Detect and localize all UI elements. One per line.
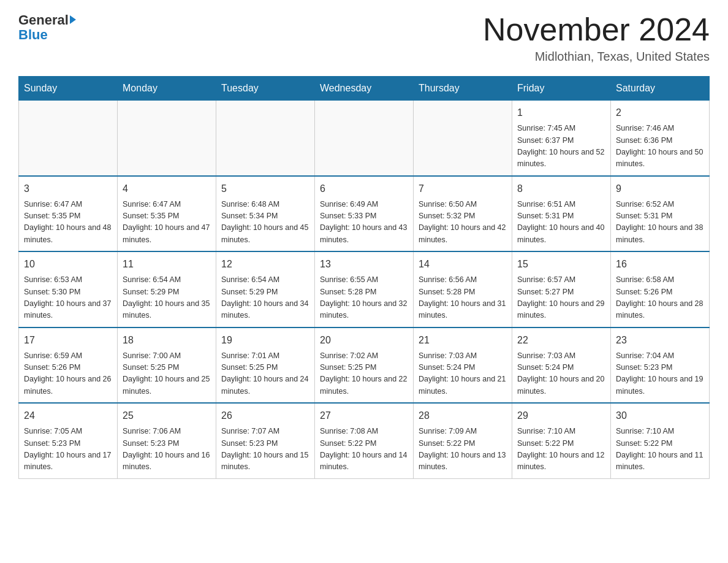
day-info: Sunrise: 6:47 AMSunset: 5:35 PMDaylight:…: [123, 199, 211, 247]
day-info: Sunrise: 7:02 AMSunset: 5:25 PMDaylight:…: [320, 350, 408, 398]
calendar-day-cell: 27Sunrise: 7:08 AMSunset: 5:22 PMDayligh…: [315, 403, 414, 478]
day-info: Sunrise: 6:57 AMSunset: 5:27 PMDaylight:…: [517, 274, 605, 322]
day-number: 28: [419, 408, 507, 423]
day-number: 27: [320, 408, 408, 423]
calendar-day-cell: 21Sunrise: 7:03 AMSunset: 5:24 PMDayligh…: [414, 327, 512, 404]
day-info: Sunrise: 6:51 AMSunset: 5:31 PMDaylight:…: [517, 199, 605, 247]
day-number: 2: [616, 105, 704, 120]
calendar-day-cell: 8Sunrise: 6:51 AMSunset: 5:31 PMDaylight…: [512, 176, 611, 252]
weekday-header-saturday: Saturday: [611, 77, 710, 101]
day-number: 19: [221, 333, 309, 348]
calendar-day-cell: 20Sunrise: 7:02 AMSunset: 5:25 PMDayligh…: [315, 327, 414, 404]
weekday-header-tuesday: Tuesday: [216, 77, 315, 101]
calendar-day-cell: 9Sunrise: 6:52 AMSunset: 5:31 PMDaylight…: [611, 176, 710, 252]
logo-general: General: [18, 12, 69, 28]
calendar-day-cell: 6Sunrise: 6:49 AMSunset: 5:33 PMDaylight…: [315, 176, 414, 252]
day-info: Sunrise: 6:48 AMSunset: 5:34 PMDaylight:…: [221, 199, 309, 247]
calendar-day-cell: 28Sunrise: 7:09 AMSunset: 5:22 PMDayligh…: [414, 403, 512, 478]
title-area: November 2024 Midlothian, Texas, United …: [483, 12, 710, 64]
day-number: 9: [616, 182, 704, 196]
calendar-day-cell: 29Sunrise: 7:10 AMSunset: 5:22 PMDayligh…: [512, 403, 611, 478]
day-number: 8: [517, 182, 605, 196]
day-info: Sunrise: 6:59 AMSunset: 5:26 PMDaylight:…: [24, 350, 112, 398]
calendar-day-cell: 14Sunrise: 6:56 AMSunset: 5:28 PMDayligh…: [414, 251, 512, 327]
calendar-day-cell: 18Sunrise: 7:00 AMSunset: 5:25 PMDayligh…: [118, 327, 216, 404]
calendar-day-cell: 12Sunrise: 6:54 AMSunset: 5:29 PMDayligh…: [216, 251, 315, 327]
weekday-header-friday: Friday: [512, 77, 611, 101]
day-number: 26: [221, 408, 309, 423]
calendar-day-cell: [216, 101, 315, 176]
day-number: 20: [320, 333, 408, 348]
day-info: Sunrise: 7:00 AMSunset: 5:25 PMDaylight:…: [123, 350, 211, 398]
calendar-day-cell: 23Sunrise: 7:04 AMSunset: 5:23 PMDayligh…: [611, 327, 710, 404]
calendar-day-cell: 16Sunrise: 6:58 AMSunset: 5:26 PMDayligh…: [611, 251, 710, 327]
day-info: Sunrise: 6:49 AMSunset: 5:33 PMDaylight:…: [320, 199, 408, 247]
day-info: Sunrise: 6:47 AMSunset: 5:35 PMDaylight:…: [24, 199, 112, 247]
calendar-day-cell: 10Sunrise: 6:53 AMSunset: 5:30 PMDayligh…: [19, 251, 118, 327]
calendar-day-cell: 2Sunrise: 7:46 AMSunset: 6:36 PMDaylight…: [611, 101, 710, 176]
day-info: Sunrise: 7:09 AMSunset: 5:22 PMDaylight:…: [419, 426, 507, 473]
calendar-week-row: 10Sunrise: 6:53 AMSunset: 5:30 PMDayligh…: [19, 251, 710, 327]
calendar-day-cell: [315, 101, 414, 176]
logo: General Blue: [18, 12, 76, 43]
day-info: Sunrise: 7:03 AMSunset: 5:24 PMDaylight:…: [517, 350, 605, 398]
calendar-day-cell: 25Sunrise: 7:06 AMSunset: 5:23 PMDayligh…: [118, 403, 216, 478]
day-info: Sunrise: 6:56 AMSunset: 5:28 PMDaylight:…: [419, 274, 507, 322]
calendar-day-cell: 19Sunrise: 7:01 AMSunset: 5:25 PMDayligh…: [216, 327, 315, 404]
calendar-day-cell: 1Sunrise: 7:45 AMSunset: 6:37 PMDaylight…: [512, 101, 611, 176]
calendar-week-row: 24Sunrise: 7:05 AMSunset: 5:23 PMDayligh…: [19, 403, 710, 478]
calendar-day-cell: 11Sunrise: 6:54 AMSunset: 5:29 PMDayligh…: [118, 251, 216, 327]
calendar-week-row: 1Sunrise: 7:45 AMSunset: 6:37 PMDaylight…: [19, 101, 710, 176]
day-number: 29: [517, 408, 605, 423]
day-number: 4: [123, 182, 211, 196]
day-number: 14: [419, 257, 507, 272]
logo-blue: Blue: [18, 27, 48, 43]
calendar-day-cell: 5Sunrise: 6:48 AMSunset: 5:34 PMDaylight…: [216, 176, 315, 252]
calendar-week-row: 17Sunrise: 6:59 AMSunset: 5:26 PMDayligh…: [19, 327, 710, 404]
day-number: 11: [123, 257, 211, 272]
calendar-day-cell: 17Sunrise: 6:59 AMSunset: 5:26 PMDayligh…: [19, 327, 118, 404]
day-number: 30: [616, 408, 704, 423]
calendar-day-cell: 3Sunrise: 6:47 AMSunset: 5:35 PMDaylight…: [19, 176, 118, 252]
day-info: Sunrise: 7:07 AMSunset: 5:23 PMDaylight:…: [221, 426, 309, 473]
day-info: Sunrise: 6:54 AMSunset: 5:29 PMDaylight:…: [221, 274, 309, 322]
calendar-day-cell: 26Sunrise: 7:07 AMSunset: 5:23 PMDayligh…: [216, 403, 315, 478]
day-info: Sunrise: 6:54 AMSunset: 5:29 PMDaylight:…: [123, 274, 211, 322]
day-info: Sunrise: 7:04 AMSunset: 5:23 PMDaylight:…: [616, 350, 704, 398]
day-number: 15: [517, 257, 605, 272]
calendar-day-cell: 15Sunrise: 6:57 AMSunset: 5:27 PMDayligh…: [512, 251, 611, 327]
day-number: 16: [616, 257, 704, 272]
day-number: 3: [24, 182, 112, 196]
day-info: Sunrise: 7:46 AMSunset: 6:36 PMDaylight:…: [616, 123, 704, 170]
calendar-day-cell: 30Sunrise: 7:10 AMSunset: 5:22 PMDayligh…: [611, 403, 710, 478]
day-number: 18: [123, 333, 211, 348]
month-title: November 2024: [483, 12, 710, 47]
calendar-day-cell: [414, 101, 512, 176]
page-header: General Blue November 2024 Midlothian, T…: [18, 12, 710, 64]
calendar-day-cell: 24Sunrise: 7:05 AMSunset: 5:23 PMDayligh…: [19, 403, 118, 478]
day-info: Sunrise: 7:06 AMSunset: 5:23 PMDaylight:…: [123, 426, 211, 473]
calendar-day-cell: [118, 101, 216, 176]
weekday-header-thursday: Thursday: [414, 77, 512, 101]
calendar-day-cell: 22Sunrise: 7:03 AMSunset: 5:24 PMDayligh…: [512, 327, 611, 404]
day-info: Sunrise: 6:52 AMSunset: 5:31 PMDaylight:…: [616, 199, 704, 247]
day-number: 23: [616, 333, 704, 348]
day-info: Sunrise: 7:10 AMSunset: 5:22 PMDaylight:…: [517, 426, 605, 473]
day-info: Sunrise: 6:53 AMSunset: 5:30 PMDaylight:…: [24, 274, 112, 322]
day-info: Sunrise: 7:10 AMSunset: 5:22 PMDaylight:…: [616, 426, 704, 473]
calendar-day-cell: [19, 101, 118, 176]
day-info: Sunrise: 6:50 AMSunset: 5:32 PMDaylight:…: [419, 199, 507, 247]
day-number: 24: [24, 408, 112, 423]
calendar-week-row: 3Sunrise: 6:47 AMSunset: 5:35 PMDaylight…: [19, 176, 710, 252]
day-info: Sunrise: 7:03 AMSunset: 5:24 PMDaylight:…: [419, 350, 507, 398]
day-info: Sunrise: 7:45 AMSunset: 6:37 PMDaylight:…: [517, 123, 605, 170]
weekday-header-sunday: Sunday: [19, 77, 118, 101]
day-number: 6: [320, 182, 408, 196]
day-number: 12: [221, 257, 309, 272]
day-info: Sunrise: 7:08 AMSunset: 5:22 PMDaylight:…: [320, 426, 408, 473]
day-number: 21: [419, 333, 507, 348]
day-number: 10: [24, 257, 112, 272]
day-info: Sunrise: 6:58 AMSunset: 5:26 PMDaylight:…: [616, 274, 704, 322]
location: Midlothian, Texas, United States: [483, 50, 710, 64]
calendar-day-cell: 7Sunrise: 6:50 AMSunset: 5:32 PMDaylight…: [414, 176, 512, 252]
